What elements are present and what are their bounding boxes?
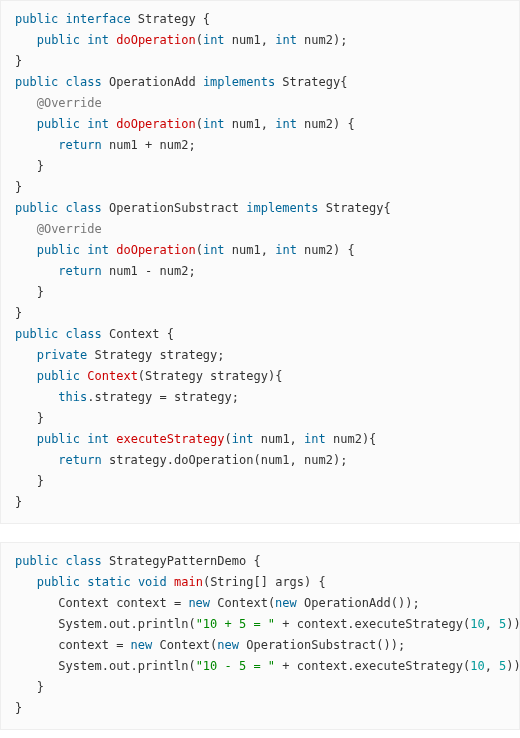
- code-token: int: [87, 243, 109, 257]
- code-line: }: [15, 159, 44, 173]
- code-token: int: [232, 432, 254, 446]
- code-token: [15, 96, 37, 110]
- code-token: class: [66, 327, 102, 341]
- code-token: OperationAdd());: [297, 596, 420, 610]
- code-token: int: [87, 432, 109, 446]
- code-token: context =: [15, 638, 131, 652]
- code-line: public int executeStrategy(int num1, int…: [15, 432, 376, 446]
- code-token: 10: [470, 659, 484, 673]
- code-token: public: [37, 33, 80, 47]
- code-token: Strategy{: [275, 75, 347, 89]
- code-token: Context {: [102, 327, 174, 341]
- code-line: }: [15, 701, 22, 715]
- code-token: public: [37, 575, 80, 589]
- code-token: new: [275, 596, 297, 610]
- code-token: }: [15, 474, 44, 488]
- code-line: public static void main(String[] args) {: [15, 575, 326, 589]
- code-token: [15, 432, 37, 446]
- code-token: class: [66, 75, 102, 89]
- code-token: 10: [470, 617, 484, 631]
- code-line: return num1 - num2;: [15, 264, 196, 278]
- code-token: [15, 575, 37, 589]
- code-token: Strategy{: [318, 201, 390, 215]
- code-token: [167, 575, 174, 589]
- code-token: public: [37, 369, 80, 383]
- code-line: }: [15, 54, 22, 68]
- code-token: ,: [485, 617, 499, 631]
- code-token: (: [196, 243, 203, 257]
- code-token: return: [58, 138, 101, 152]
- code-line: System.out.println("10 - 5 = " + context…: [15, 659, 520, 673]
- code-token: num1,: [225, 117, 276, 131]
- code-token: Context context =: [15, 596, 188, 610]
- code-token: System.out.println(: [15, 617, 196, 631]
- code-token: private: [37, 348, 88, 362]
- code-line: public class Context {: [15, 327, 174, 341]
- code-token: [58, 201, 65, 215]
- code-token: interface: [66, 12, 131, 26]
- code-token: public: [15, 554, 58, 568]
- code-token: (: [196, 117, 203, 131]
- code-token: [15, 453, 58, 467]
- code-token: int: [87, 117, 109, 131]
- code-token: + context.executeStrategy(: [275, 617, 470, 631]
- code-token: [131, 575, 138, 589]
- code-token: int: [275, 243, 297, 257]
- code-token: new: [131, 638, 153, 652]
- code-token: [15, 117, 37, 131]
- code-token: public: [37, 243, 80, 257]
- code-line: private Strategy strategy;: [15, 348, 225, 362]
- code-token: public: [37, 117, 80, 131]
- code-token: Context(: [210, 596, 275, 610]
- code-line: public class OperationAdd implements Str…: [15, 75, 347, 89]
- code-token: return: [58, 453, 101, 467]
- code-token: [58, 327, 65, 341]
- code-token: [15, 138, 58, 152]
- code-line: }: [15, 285, 44, 299]
- code-token: num2){: [326, 432, 377, 446]
- code-line: Context context = new Context(new Operat…: [15, 596, 420, 610]
- code-token: num2);: [297, 33, 348, 47]
- code-token: .strategy = strategy;: [87, 390, 239, 404]
- code-token: (: [196, 33, 203, 47]
- code-token: main: [174, 575, 203, 589]
- code-token: System.out.println(: [15, 659, 196, 673]
- code-token: doOperation: [116, 117, 195, 131]
- code-token: Strategy {: [131, 12, 210, 26]
- block-gap: [0, 524, 520, 542]
- code-token: doOperation: [116, 33, 195, 47]
- code-token: public: [15, 327, 58, 341]
- code-block-1: public interface Strategy { public int d…: [0, 0, 520, 524]
- code-token: strategy.doOperation(num1, num2);: [102, 453, 348, 467]
- code-line: context = new Context(new OperationSubst…: [15, 638, 405, 652]
- code-token: executeStrategy: [116, 432, 224, 446]
- code-token: int: [203, 117, 225, 131]
- code-token: Strategy strategy;: [87, 348, 224, 362]
- code-token: "10 - 5 = ": [196, 659, 275, 673]
- code-token: [15, 243, 37, 257]
- code-line: }: [15, 680, 44, 694]
- code-token: int: [87, 33, 109, 47]
- code-line: public int doOperation(int num1, int num…: [15, 117, 355, 131]
- code-token: }: [15, 285, 44, 299]
- code-token: public: [15, 12, 58, 26]
- code-token: + context.executeStrategy(: [275, 659, 470, 673]
- code-line: }: [15, 474, 44, 488]
- code-token: public: [15, 201, 58, 215]
- code-token: [15, 264, 58, 278]
- code-token: }: [15, 680, 44, 694]
- code-token: [58, 12, 65, 26]
- code-token: new: [188, 596, 210, 610]
- code-token: implements: [246, 201, 318, 215]
- code-token: class: [66, 554, 102, 568]
- code-token: Context: [87, 369, 138, 383]
- code-token: num2) {: [297, 117, 355, 131]
- code-token: [15, 222, 37, 236]
- code-line: public Context(Strategy strategy){: [15, 369, 282, 383]
- code-token: Context(: [152, 638, 217, 652]
- code-token: num1 + num2;: [102, 138, 196, 152]
- code-token: static: [87, 575, 130, 589]
- code-token: [58, 75, 65, 89]
- code-line: }: [15, 495, 22, 509]
- code-token: [58, 554, 65, 568]
